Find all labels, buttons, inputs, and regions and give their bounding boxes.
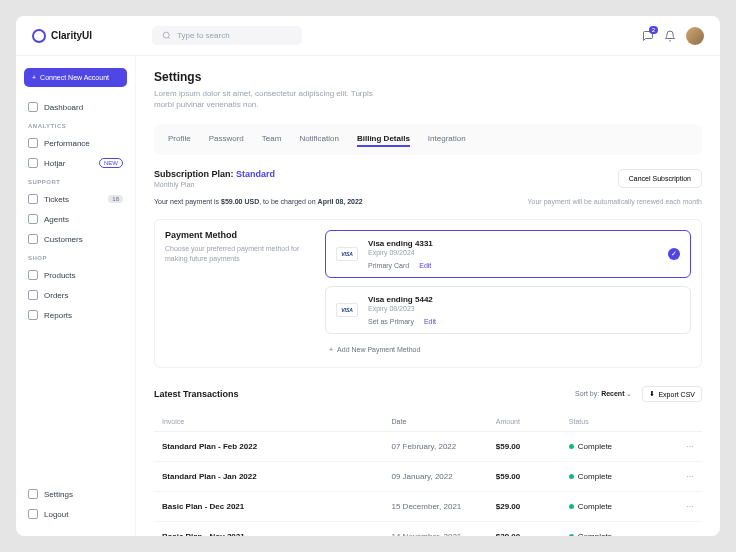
sidebar-item-tickets[interactable]: Tickets 18 [24,189,127,209]
reports-icon [28,310,38,320]
sidebar-item-agents[interactable]: Agents [24,209,127,229]
payment-card[interactable]: VISA Visa ending 4331 Expiry 09/2024 Pri… [325,230,691,278]
next-payment-info: Your next payment is $59.00 USD, to be c… [154,198,363,205]
tickets-icon [28,194,38,204]
bell-icon [664,30,676,42]
products-icon [28,270,38,280]
tab-password[interactable]: Password [209,132,244,147]
orders-icon [28,290,38,300]
date-cell: 07 February, 2022 [391,442,495,451]
visa-icon: VISA [336,303,358,317]
transactions-table: Invoice Date Amount Status Standard Plan… [154,412,702,536]
invoice-cell: Basic Plan - Dec 2021 [162,502,391,511]
export-csv-button[interactable]: ⬇ Export CSV [642,386,702,402]
main-content: Settings Lorem ipsum dolor sit amet, con… [136,56,720,536]
sidebar-item-performance[interactable]: Performance [24,133,127,153]
table-row: Basic Plan - Dec 2021 15 December, 2021 … [154,492,702,522]
payment-method-desc: Choose your preferred payment method for… [165,244,305,264]
page-subtitle: Lorem ipsum dolor sit amet, consectetur … [154,88,374,110]
status-dot-icon [569,474,574,479]
chevron-down-icon: ⌄ [626,390,632,397]
sidebar-item-settings[interactable]: Settings [24,484,127,504]
payment-card[interactable]: VISA Visa ending 5442 Expiry 08/2023 Set… [325,286,691,334]
connect-account-button[interactable]: + Connect New Account [24,68,127,87]
sidebar-item-reports[interactable]: Reports [24,305,127,325]
topbar: ClarityUI Type to search 2 [16,16,720,56]
customers-icon [28,234,38,244]
subscription-plan: Subscription Plan: Standard [154,169,275,179]
check-icon: ✓ [668,248,680,260]
logo-icon [32,29,46,43]
edit-card-button[interactable]: Edit [419,262,431,269]
download-icon: ⬇ [649,390,655,398]
date-cell: 09 January, 2022 [391,472,495,481]
transactions-title: Latest Transactions [154,389,239,399]
invoice-cell: Standard Plan - Jan 2022 [162,472,391,481]
logo[interactable]: ClarityUI [32,29,92,43]
section-analytics: ANALYTICS [24,117,127,133]
status-dot-icon [569,534,574,536]
date-cell: 14 November, 2021 [391,532,495,536]
agents-icon [28,214,38,224]
row-actions-button[interactable]: ⋯ [663,472,694,481]
dashboard-icon [28,102,38,112]
subscription-period: Monthly Plan [154,181,275,188]
table-header: Invoice Date Amount Status [154,412,702,432]
messages-button[interactable]: 2 [642,30,654,42]
sidebar-item-customers[interactable]: Customers [24,229,127,249]
sidebar-item-logout[interactable]: Logout [24,504,127,524]
card-expiry: Expiry 08/2023 [368,305,680,312]
search-input[interactable]: Type to search [152,26,302,45]
visa-icon: VISA [336,247,358,261]
card-expiry: Expiry 09/2024 [368,249,658,256]
row-actions-button[interactable]: ⋯ [663,442,694,451]
search-icon [162,31,171,40]
amount-cell: $29.00 [496,532,569,536]
notifications-button[interactable] [664,30,676,42]
add-payment-method-button[interactable]: + Add New Payment Method [325,342,691,357]
sort-by-dropdown[interactable]: Sort by: Recent ⌄ [575,390,632,398]
card-name: Visa ending 4331 [368,239,658,248]
notification-badge: 2 [649,26,658,34]
sidebar-item-dashboard[interactable]: Dashboard [24,97,127,117]
tabs: Profile Password Team Notification Billi… [154,124,702,155]
table-row: Standard Plan - Feb 2022 07 February, 20… [154,432,702,462]
sidebar-item-products[interactable]: Products [24,265,127,285]
avatar[interactable] [686,27,704,45]
plus-icon: + [329,346,333,353]
date-cell: 15 December, 2021 [391,502,495,511]
brand-name: ClarityUI [51,30,92,41]
status-cell: Complete [569,532,663,536]
sidebar: + Connect New Account Dashboard ANALYTIC… [16,56,136,536]
row-actions-button[interactable]: ⋯ [663,532,694,536]
tab-notification[interactable]: Notification [299,132,339,147]
tab-profile[interactable]: Profile [168,132,191,147]
card-name: Visa ending 5442 [368,295,680,304]
section-support: SUPPORT [24,173,127,189]
svg-line-1 [168,37,170,39]
status-cell: Complete [569,502,663,511]
section-shop: SHOP [24,249,127,265]
table-row: Basic Plan - Nov 2021 14 November, 2021 … [154,522,702,536]
tab-integration[interactable]: Integration [428,132,466,147]
row-actions-button[interactable]: ⋯ [663,502,694,511]
tab-billing-details[interactable]: Billing Details [357,132,410,147]
invoice-cell: Basic Plan - Nov 2021 [162,532,391,536]
primary-card-label: Primary Card [368,262,409,269]
cancel-subscription-button[interactable]: Cancel Subscription [618,169,702,188]
set-primary-button[interactable]: Set as Primary [368,318,414,325]
status-cell: Complete [569,472,663,481]
page-title: Settings [154,70,702,84]
gear-icon [28,489,38,499]
status-dot-icon [569,504,574,509]
sidebar-item-hotjar[interactable]: Hotjar NEW [24,153,127,173]
performance-icon [28,138,38,148]
amount-cell: $29.00 [496,502,569,511]
table-row: Standard Plan - Jan 2022 09 January, 202… [154,462,702,492]
sidebar-item-orders[interactable]: Orders [24,285,127,305]
edit-card-button[interactable]: Edit [424,318,436,325]
plus-icon: + [32,74,36,81]
tab-team[interactable]: Team [262,132,282,147]
new-badge: NEW [99,158,123,168]
amount-cell: $59.00 [496,472,569,481]
